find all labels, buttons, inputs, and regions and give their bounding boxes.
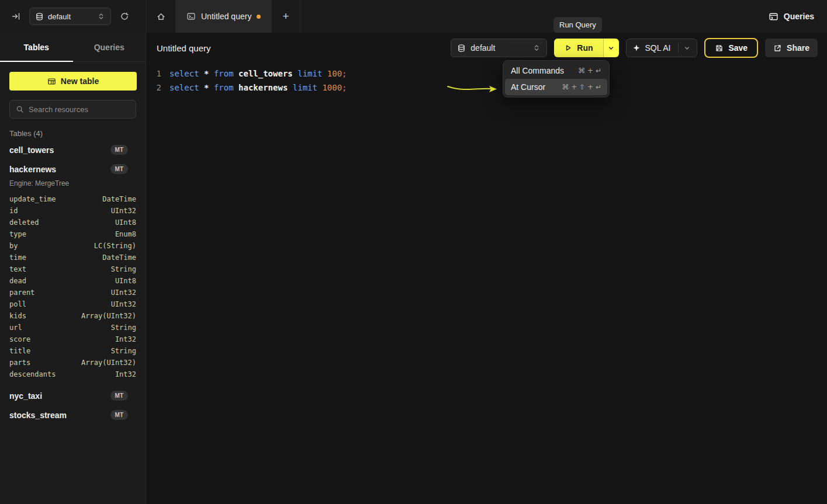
code-token: hackernews [238, 83, 288, 92]
table-name: nyc_taxi [9, 391, 42, 401]
code-line[interactable]: 1select * from cell_towers limit 100; [146, 67, 827, 81]
home-tab[interactable] [146, 0, 175, 33]
column-type: Enum8 [115, 230, 136, 238]
code-token: limit [293, 83, 317, 92]
code-token [288, 83, 292, 92]
database-selector[interactable]: default [451, 39, 547, 57]
tables-list: cell_towersMThackernewsMTEngine: MergeTr… [0, 140, 146, 425]
column-name: descendants [9, 370, 56, 378]
column-row: update_timeDateTime [9, 193, 136, 205]
topbar-database-selector[interactable]: default [29, 8, 111, 25]
sidebar-tab-queries[interactable]: Queries [73, 33, 146, 61]
column-row: kidsArray(UInt32) [9, 310, 136, 322]
share-button[interactable]: Share [765, 39, 818, 57]
column-name: text [9, 265, 26, 273]
sidebar: Tables Queries New table Tables (4) cell… [0, 33, 146, 504]
menu-item-shortcut: ⌘ + ⇧ + ↵ [562, 83, 601, 91]
column-row: textString [9, 263, 136, 275]
engine-badge: MT [110, 410, 128, 420]
column-name: by [9, 242, 18, 250]
column-row: urlString [9, 322, 136, 333]
home-icon [156, 12, 166, 22]
new-tab-button[interactable]: + [271, 0, 300, 33]
column-row: titleString [9, 345, 136, 357]
column-row: descendantsInt32 [9, 369, 136, 380]
queries-button-label: Queries [784, 12, 814, 21]
divider [678, 43, 679, 53]
column-type: DateTime [102, 253, 136, 262]
tab-label: Untitled query [201, 12, 251, 21]
code-token: select [169, 83, 199, 92]
column-row: pollUInt32 [9, 298, 136, 310]
chevron-down-icon [683, 44, 691, 52]
sidebar-tab-tables[interactable]: Tables [0, 33, 73, 61]
topbar: default [0, 0, 827, 33]
tabstrip: Untitled query + [146, 0, 300, 33]
sql-ai-button[interactable]: SQL AI [626, 39, 698, 57]
column-type: DateTime [102, 195, 136, 203]
column-type: LC(String) [94, 242, 136, 250]
table-row[interactable]: cell_towersMT [0, 140, 146, 159]
new-table-button[interactable]: New table [9, 72, 137, 91]
refresh-button[interactable] [117, 9, 132, 24]
table-name: cell_towers [9, 145, 54, 155]
code-token [322, 69, 327, 78]
column-name: kids [9, 312, 26, 320]
code-token [293, 69, 297, 78]
code-token: ; [342, 69, 347, 78]
table-row[interactable]: hackernewsMT [0, 159, 146, 179]
search-input[interactable] [29, 105, 130, 114]
column-type: String [111, 347, 136, 355]
table-row[interactable]: stocks_streamMT [0, 405, 146, 425]
topbar-left: default [0, 0, 146, 33]
column-type: Int32 [115, 335, 136, 343]
code-token: from [214, 69, 234, 78]
refresh-icon [120, 12, 129, 21]
code-token: ; [342, 83, 347, 92]
column-list: update_timeDateTimeidUInt32deletedUInt8t… [0, 190, 146, 386]
table-row[interactable]: nyc_taxiMT [0, 386, 146, 405]
save-button[interactable]: Save [704, 38, 758, 58]
column-name: id [9, 207, 18, 215]
sidebar-tabs: Tables Queries [0, 33, 146, 62]
run-options-menu: All Commands⌘ + ↵At Cursor⌘ + ⇧ + ↵ [503, 60, 610, 98]
engine-badge: MT [110, 391, 128, 401]
sql-editor[interactable]: 1select * from cell_towers limit 100;2se… [146, 63, 827, 95]
table-name: hackernews [9, 165, 56, 174]
column-row: deletedUInt8 [9, 217, 136, 228]
column-name: deleted [9, 218, 39, 227]
search-icon [16, 105, 24, 113]
run-menu-item[interactable]: All Commands⌘ + ↵ [505, 62, 607, 79]
column-row: timeDateTime [9, 252, 136, 263]
collapse-sidebar-button[interactable] [8, 9, 23, 24]
run-button-label: Run [577, 43, 593, 53]
run-menu-item[interactable]: At Cursor⌘ + ⇧ + ↵ [505, 79, 607, 95]
run-options-button[interactable] [603, 39, 619, 57]
code-line[interactable]: 2select * from hackernews limit 1000; [146, 81, 827, 95]
chevron-down-icon [607, 44, 615, 52]
sparkle-icon [632, 44, 641, 52]
column-row: deadUInt8 [9, 275, 136, 287]
code-token [234, 69, 238, 78]
app-window: default [0, 0, 827, 504]
table-name: stocks_stream [9, 411, 67, 420]
chevron-updown-icon [97, 12, 105, 20]
search-box[interactable] [9, 100, 136, 119]
column-name: url [9, 324, 22, 332]
query-title: Untitled query [157, 43, 211, 53]
column-name: type [9, 230, 26, 238]
code-token: select [169, 69, 199, 78]
column-type: UInt8 [115, 277, 136, 285]
menu-item-shortcut: ⌘ + ↵ [578, 67, 601, 75]
column-name: parent [9, 289, 34, 297]
engine-badge: MT [110, 164, 128, 174]
line-number: 1 [146, 69, 161, 78]
queries-icon [769, 12, 778, 22]
tab-untitled-query[interactable]: Untitled query [175, 0, 271, 33]
database-selector-value: default [470, 43, 495, 53]
code-token [209, 83, 213, 92]
run-button[interactable]: Run [554, 39, 603, 57]
queries-button[interactable]: Queries [769, 12, 814, 22]
header-actions: default Run [451, 38, 818, 58]
topbar-database-value: default [48, 12, 71, 21]
